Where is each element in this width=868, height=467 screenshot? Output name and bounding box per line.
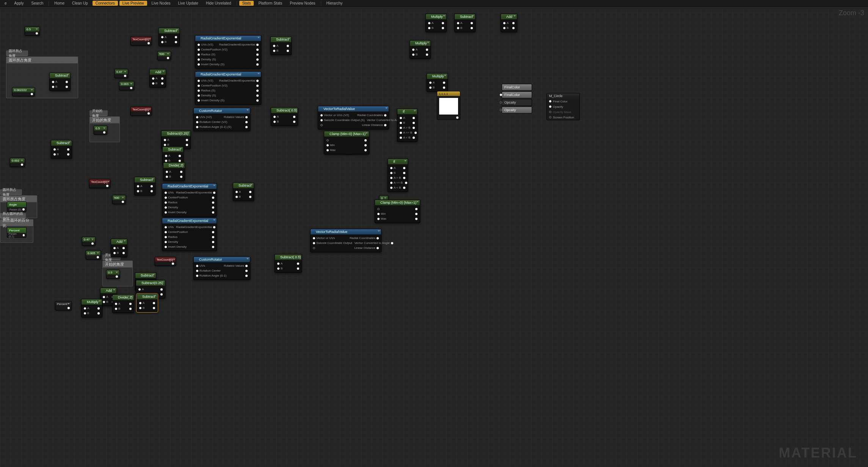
node-subtract[interactable]: SubtractAB	[270, 36, 292, 55]
node-radialgradientexponential[interactable]: RadialGradientExponentialUVs (V2)RadialG…	[195, 35, 261, 69]
node-if[interactable]: IfABA > BA == BA < B	[388, 159, 408, 192]
node-radialgradientexponential[interactable]: RadialGradientExponentialUVs (V2)RadialG…	[195, 71, 261, 105]
tb-livepreview[interactable]: Live Preview	[119, 1, 147, 6]
node-clamp-min-0-max-1-[interactable]: Clamp (Min=0) (Max=1)MinMax	[375, 200, 420, 223]
function-output[interactable]: FinalColor FinalColor Opcaity Opcaity	[502, 84, 532, 113]
const-node[interactable]: 0.002222	[12, 87, 35, 96]
node-divide-2-[interactable]: Divide(.2)AB	[163, 162, 185, 181]
node-vectortoradialvalue[interactable]: VectorToRadialValueVector or UVsRadial C…	[310, 229, 381, 252]
material-result[interactable]: M_Circle Final Color Opacity Opacity Mas…	[546, 93, 580, 120]
node-subtract[interactable]: SubtractAB	[134, 177, 155, 195]
param-angle[interactable]: AngleParam (0)	[7, 201, 27, 212]
node-customrotator[interactable]: CustomRotatorUVs (V2)Rotated ValuesRotat…	[193, 108, 250, 131]
const-node[interactable]: 0.47	[82, 237, 96, 246]
tb-home[interactable]: Home	[51, 1, 67, 6]
tb-connectors[interactable]: Connectors	[93, 1, 118, 6]
comment-title: 开始的角度	[90, 111, 107, 116]
const-node[interactable]: 0.005	[86, 250, 101, 259]
tb-e[interactable]: e	[2, 1, 10, 6]
const-node[interactable]: 0.5	[25, 27, 40, 36]
comment-title: 圆环所占角度	[6, 51, 28, 56]
constant4-swatch	[439, 97, 458, 115]
material-result-title: M_Circle	[547, 93, 579, 99]
func-out-1[interactable]: Opcaity	[502, 99, 532, 106]
func-out-2[interactable]: Opcaity	[502, 107, 532, 113]
constant4-node[interactable]: 1,1,1,1	[437, 91, 460, 120]
result-row: Opacity Mask	[553, 110, 571, 114]
node-radialgradientexponential[interactable]: RadialGradientExponentialUVsRadialGradie…	[162, 218, 217, 251]
param-percent[interactable]: PercentParam (0,1)	[7, 227, 27, 238]
const-node[interactable]: TexCoord[0]	[130, 107, 152, 116]
node-multiply[interactable]: MultiplyAB	[410, 40, 431, 59]
node-multiply[interactable]: MultiplyAB	[427, 73, 448, 92]
tb-apply[interactable]: Apply	[11, 1, 27, 6]
node-add[interactable]: AddAB	[501, 14, 517, 32]
node-subtract[interactable]: SubtractAB	[137, 294, 158, 312]
node-vectortoradialvalue[interactable]: VectorToRadialValueVector or UVs (V2)Rad…	[318, 106, 389, 129]
const-node[interactable]: 500	[112, 195, 126, 204]
node-multiply[interactable]: MultiplyAB	[425, 14, 447, 32]
node-subtract[interactable]: SubtractAB	[49, 72, 71, 91]
comment-box[interactable]: 所占圆环的百分比	[0, 213, 26, 219]
node-subtract[interactable]: SubtractAB	[454, 14, 476, 32]
watermark: MATERIAL	[779, 445, 857, 461]
result-row: Final Color	[553, 100, 568, 103]
const-node[interactable]: 0.5	[94, 126, 107, 135]
tb-hideunrelated[interactable]: Hide Unrelated	[203, 1, 234, 6]
tb-stats[interactable]: Stats	[239, 1, 254, 6]
node-radialgradientexponential[interactable]: RadialGradientExponentialUVsRadialGradie…	[162, 183, 217, 217]
result-row: Screen Position	[553, 116, 574, 119]
const-node[interactable]: 500	[157, 51, 171, 60]
comment-title: 圆环所占角度	[0, 190, 22, 195]
node-add[interactable]: AddAB	[111, 239, 127, 257]
toolbar: e Apply Search Home Clean Up Connectors …	[0, 0, 868, 7]
node-subtract-0-5-[interactable]: Subtract(.0.5)AB	[275, 254, 302, 273]
zoom-label: Zoom -3	[839, 9, 864, 17]
func-out-0[interactable]: FinalColor	[502, 91, 532, 98]
node-customrotator[interactable]: CustomRotatorUVsRotated ValuesRotation C…	[193, 256, 250, 280]
comment-title: 所占圆环的百分比	[0, 214, 25, 219]
node-divide-2-[interactable]: Divide(.2)AB	[112, 294, 134, 313]
result-row: Opacity	[553, 105, 563, 108]
const-node[interactable]: Percent	[55, 301, 72, 310]
tb-cleanup[interactable]: Clean Up	[69, 1, 91, 6]
tb-livenodes[interactable]: Live Nodes	[149, 1, 174, 6]
func-out-header: FinalColor	[502, 84, 532, 91]
comment-box[interactable]: 圆环所占角度	[6, 50, 28, 56]
tb-search[interactable]: Search	[28, 1, 47, 6]
tb-hierarchy[interactable]: Hierarchy	[323, 1, 346, 6]
node-subtract[interactable]: SubtractAB	[233, 182, 254, 201]
const-node[interactable]: 0.5	[106, 270, 120, 279]
node-add[interactable]: AddAB	[149, 69, 166, 88]
const-node[interactable]: TexCoord[0]	[130, 36, 152, 46]
const-node[interactable]: 0.47	[115, 69, 128, 78]
const-node[interactable]: TexCoord[0]	[155, 257, 176, 266]
graph-canvas[interactable]: Zoom -3 MATERIAL 圆环所占角度圆环所占角度开始的角度开始的角度圆…	[0, 7, 868, 467]
const-node[interactable]: 0.002	[10, 158, 25, 167]
comment-box[interactable]: 圆环所占角度	[0, 189, 22, 195]
node-if[interactable]: IfABA > BA == BA < B	[397, 108, 418, 142]
node-subtract-0-5-[interactable]: Subtract(.0.5)AB	[271, 107, 298, 126]
tb-liveupdate[interactable]: Live Update	[175, 1, 201, 6]
tb-platformstats[interactable]: Platform Stats	[255, 1, 285, 6]
node-subtract[interactable]: SubtractAB	[159, 28, 180, 46]
node-clamp-min-0-max-1-[interactable]: Clamp (Min=0) (Max=1)MinMax	[324, 131, 369, 154]
tb-previewnodes[interactable]: Preview Nodes	[287, 1, 318, 6]
node-subtract[interactable]: SubtractAB	[51, 140, 72, 159]
constant4-label: 1,1,1,1	[439, 92, 448, 96]
const-node[interactable]: TexCoord[0]	[89, 179, 110, 188]
comment-box[interactable]: 开始的角度	[89, 110, 108, 116]
node-multiply[interactable]: MultiplyAB	[81, 299, 102, 318]
const-node[interactable]: 0.003	[119, 81, 134, 90]
